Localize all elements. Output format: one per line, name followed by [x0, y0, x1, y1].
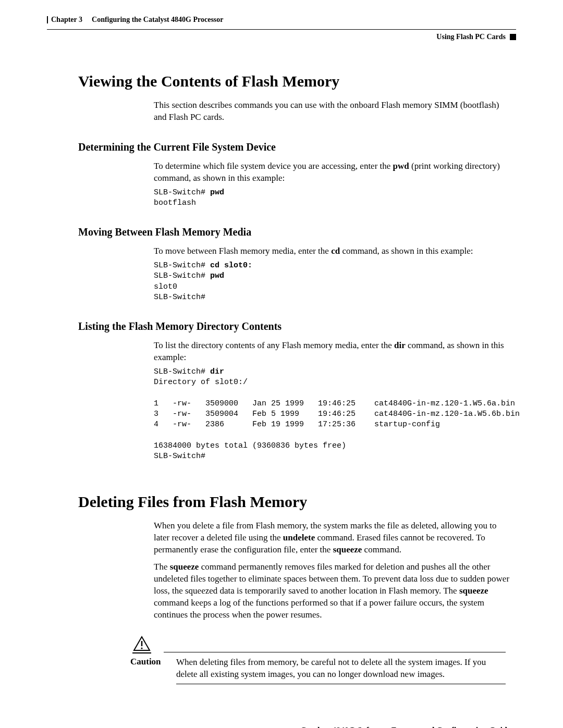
text: command. — [362, 545, 401, 554]
output: SLB-Switch# — [154, 293, 205, 302]
cmd: pwd — [210, 272, 224, 280]
s2-p1: When you delete a file from Flash memory… — [154, 520, 511, 556]
running-header: Chapter 3 Configuring the Catalyst 4840G… — [47, 16, 516, 24]
caution-rule-bottom — [176, 684, 506, 684]
header-tick-icon — [47, 16, 48, 23]
text: To determine which file system device yo… — [154, 161, 393, 171]
caution-top — [130, 636, 506, 653]
content-column: Viewing the Contents of Flash Memory Thi… — [78, 72, 511, 684]
chapter-title: Configuring the Catalyst 4840G Processor — [92, 16, 224, 24]
output: SLB-Switch# — [154, 452, 205, 461]
output: bootflash — [154, 199, 196, 207]
s1-intro: This section describes commands you can … — [154, 100, 511, 124]
prompt: SLB-Switch# — [154, 367, 210, 376]
caution-text: When deleting files from memory, be care… — [176, 657, 506, 681]
cmd: pwd — [210, 188, 224, 197]
h2-listing: Listing the Flash Memory Directory Conte… — [78, 320, 511, 332]
h1-viewing: Viewing the Contents of Flash Memory — [78, 72, 511, 90]
text: command, as shown in this example: — [340, 246, 473, 256]
h1-deleting: Deleting Files from Flash Memory — [78, 493, 511, 511]
s2-p2: The squeeze command permanently removes … — [154, 561, 511, 621]
blank — [154, 389, 158, 398]
text: To list the directory contents of any Fl… — [154, 340, 394, 350]
subheader-row: Using Flash PC Cards — [47, 33, 516, 41]
page: Chapter 3 Configuring the Catalyst 4840G… — [0, 0, 563, 728]
header-left: Chapter 3 Configuring the Catalyst 4840G… — [47, 16, 224, 24]
caution-rule-top — [164, 652, 506, 652]
h2-moving: Moving Between Flash Memory Media — [78, 226, 511, 238]
caution-block: Caution When deleting files from memory,… — [130, 636, 506, 684]
header-rule — [47, 29, 516, 30]
s1a-para: To determine which file system device yo… — [154, 161, 511, 184]
cli-block-cd: SLB-Switch# cd slot0: SLB-Switch# pwd sl… — [154, 261, 511, 303]
caution-label: Caution — [130, 657, 167, 681]
footer: Catalyst 4840G Software Feature and Conf… — [47, 726, 516, 728]
text: The — [154, 562, 170, 572]
h2-determining: Determining the Current File System Devi… — [78, 141, 511, 153]
table-row: 1 -rw- 3509000 Jan 25 1999 19:46:25 cat4… — [154, 399, 515, 408]
s1b-para: To move between Flash memory media, ente… — [154, 245, 511, 257]
bold-cmd: pwd — [393, 161, 409, 171]
table-row: 3 -rw- 3509004 Feb 5 1999 19:46:25 cat48… — [154, 410, 520, 418]
caution-triangle-icon — [130, 636, 153, 653]
table-row: 4 -rw- 2386 Feb 19 1999 17:25:36 startup… — [154, 420, 440, 429]
cli-block-pwd: SLB-Switch# pwd bootflash — [154, 188, 511, 209]
text: command permanently removes files marked… — [154, 562, 509, 596]
bold-cmd: dir — [394, 340, 406, 350]
blank — [154, 431, 158, 440]
text: command keeps a log of the functions per… — [154, 598, 484, 620]
header-right: Using Flash PC Cards — [436, 33, 516, 41]
bold-cmd: squeeze — [459, 586, 488, 596]
chapter-label: Chapter 3 — [51, 16, 82, 24]
text: To move between Flash memory media, ente… — [154, 246, 331, 256]
output: Directory of slot0:/ — [154, 378, 248, 387]
cmd: dir — [210, 367, 224, 376]
s1c-para: To list the directory contents of any Fl… — [154, 340, 511, 364]
bold-cmd: squeeze — [333, 545, 362, 554]
bold-cmd: cd — [331, 246, 340, 256]
prompt: SLB-Switch# — [154, 261, 210, 270]
guide-title: Catalyst 4840G Software Feature and Conf… — [47, 726, 511, 728]
output: 16384000 bytes total (9360836 bytes free… — [154, 441, 346, 450]
cmd: cd slot0: — [210, 261, 252, 270]
prompt: SLB-Switch# — [154, 188, 210, 197]
cli-block-dir: SLB-Switch# dir Directory of slot0:/ 1 -… — [154, 367, 511, 462]
prompt: SLB-Switch# — [154, 272, 210, 280]
output: slot0 — [154, 282, 177, 291]
caution-body: Caution When deleting files from memory,… — [130, 657, 506, 681]
bold-cmd: squeeze — [170, 562, 199, 572]
bold-cmd: undelete — [283, 533, 315, 542]
square-icon — [510, 34, 516, 40]
svg-point-2 — [141, 647, 142, 649]
section-label: Using Flash PC Cards — [436, 33, 506, 41]
